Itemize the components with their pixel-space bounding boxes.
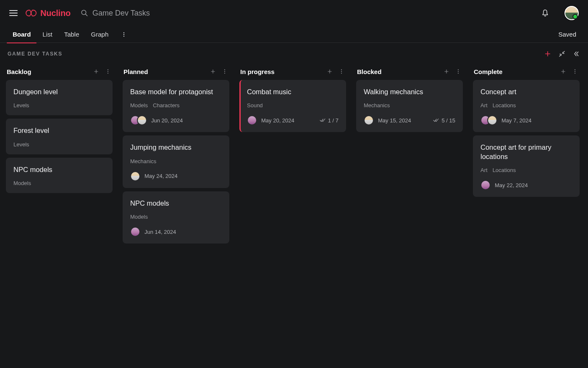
card-title: Walking mechanics: [364, 87, 455, 96]
card-avatars: [130, 171, 140, 181]
card-title: Combat music: [247, 87, 339, 96]
column-add-button[interactable]: [559, 68, 567, 75]
card[interactable]: Concept artArtLocationsMay 7, 2024: [473, 80, 580, 132]
svg-point-12: [341, 71, 342, 72]
card-checklist: 5 / 15: [433, 117, 455, 124]
tab-board[interactable]: Board: [12, 26, 32, 43]
card-tags: Levels: [13, 102, 105, 109]
svg-line-1: [85, 14, 87, 16]
plus-icon: [93, 69, 99, 74]
card-tags: ArtLocations: [480, 167, 572, 173]
column-add-button[interactable]: [209, 68, 217, 75]
card-tags: Mechanics: [364, 102, 455, 109]
save-status: Saved: [558, 31, 576, 38]
svg-point-9: [224, 71, 225, 72]
column-header: Planned: [123, 65, 229, 80]
card-checklist: 1 / 7: [320, 117, 339, 124]
board-column: BlockedWalking mechanicsMechanicsMay 15,…: [356, 65, 463, 132]
column-cards: Dungeon levelLevelsForest levelLevelsNPC…: [6, 80, 113, 193]
sub-header: GAME DEV TASKS: [0, 43, 588, 65]
column-add-button[interactable]: [326, 68, 333, 75]
avatar: [130, 171, 140, 181]
card[interactable]: NPC modelsModels: [6, 158, 113, 193]
svg-point-13: [341, 73, 342, 74]
column-header: Blocked: [356, 65, 463, 80]
column-title: Backlog: [7, 68, 31, 75]
card-date: Jun 20, 2024: [151, 117, 183, 124]
card[interactable]: NPC modelsModelsJun 14, 2024: [123, 191, 229, 244]
avatar: [364, 115, 374, 125]
board: BacklogDungeon levelLevelsForest levelLe…: [0, 65, 588, 249]
search[interactable]: Game Dev Tasks: [81, 9, 150, 18]
svg-point-15: [458, 71, 459, 72]
tab-list[interactable]: List: [42, 26, 53, 43]
card-tag: Models: [130, 102, 148, 109]
column-more-button[interactable]: [454, 68, 462, 75]
brand-logo[interactable]: Nuclino: [25, 8, 71, 18]
svg-point-14: [458, 69, 459, 70]
board-column: In progressCombat musicSoundMay 20, 2024…: [239, 65, 346, 132]
svg-point-3: [123, 34, 124, 34]
svg-point-8: [224, 69, 225, 70]
svg-point-19: [575, 73, 575, 74]
card[interactable]: Walking mechanicsMechanicsMay 15, 20245 …: [356, 80, 463, 132]
breadcrumb: GAME DEV TASKS: [8, 51, 63, 57]
plus-icon: [327, 69, 333, 74]
plus-icon: [444, 69, 449, 74]
plus-icon: [210, 69, 216, 74]
card-meta: May 7, 2024: [480, 115, 572, 125]
column-cards: Concept artArtLocationsMay 7, 2024Concep…: [473, 80, 580, 197]
column-more-button[interactable]: [338, 68, 345, 75]
hide-panel-button[interactable]: [573, 50, 580, 57]
notifications-button[interactable]: [541, 9, 549, 17]
card[interactable]: Dungeon levelLevels: [6, 80, 113, 115]
card-meta: Jun 20, 2024: [130, 115, 222, 125]
card-tag: Mechanics: [130, 158, 156, 164]
board-column: CompleteConcept artArtLocationsMay 7, 20…: [473, 65, 580, 197]
svg-point-2: [123, 32, 124, 33]
column-more-button[interactable]: [571, 68, 579, 75]
brand-text: Nuclino: [40, 8, 71, 18]
tab-graph[interactable]: Graph: [90, 26, 110, 43]
svg-point-7: [108, 73, 108, 74]
more-vertical-icon: [572, 69, 578, 74]
more-vertical-icon: [222, 69, 228, 74]
column-add-button[interactable]: [92, 68, 100, 75]
more-vertical-icon: [121, 32, 127, 37]
svg-point-4: [123, 35, 124, 36]
card-tag: Levels: [13, 141, 29, 148]
user-avatar[interactable]: [564, 6, 579, 20]
column-more-button[interactable]: [104, 68, 112, 75]
card-avatars: [130, 115, 147, 125]
tab-table[interactable]: Table: [63, 26, 80, 43]
board-column: BacklogDungeon levelLevelsForest levelLe…: [6, 65, 113, 193]
card-tag: Art: [480, 102, 488, 109]
card-tag: Models: [13, 180, 31, 186]
card[interactable]: Concept art for primary locationsArtLoca…: [473, 135, 580, 197]
card-tag: Levels: [13, 102, 29, 109]
collapse-button[interactable]: [559, 50, 565, 57]
card-title: Base model for protagonist: [130, 87, 222, 96]
svg-point-17: [575, 69, 575, 70]
svg-point-18: [575, 71, 575, 72]
checklist-icon: [433, 117, 439, 123]
tabs-more-button[interactable]: [119, 32, 129, 37]
column-more-button[interactable]: [221, 68, 228, 75]
card-title: Concept art: [480, 87, 572, 96]
card[interactable]: Combat musicSoundMay 20, 20241 / 7: [239, 80, 346, 132]
card[interactable]: Jumping mechanicsMechanicsMay 24, 2024: [123, 135, 229, 188]
column-cards: Walking mechanicsMechanicsMay 15, 20245 …: [356, 80, 463, 132]
card-tag: Sound: [247, 102, 263, 109]
add-button[interactable]: [544, 50, 551, 57]
card[interactable]: Forest levelLevels: [6, 119, 113, 154]
card-tags: Levels: [13, 141, 105, 148]
card[interactable]: Base model for protagonistModelsCharacte…: [123, 80, 229, 132]
card-title: Dungeon level: [13, 87, 105, 96]
svg-point-16: [458, 73, 459, 74]
column-cards: Base model for protagonistModelsCharacte…: [123, 80, 229, 244]
avatar: [480, 180, 491, 190]
card-date: May 15, 2024: [378, 117, 411, 124]
column-add-button[interactable]: [443, 68, 450, 75]
menu-icon[interactable]: [9, 10, 18, 16]
card-tag: Mechanics: [364, 102, 390, 109]
